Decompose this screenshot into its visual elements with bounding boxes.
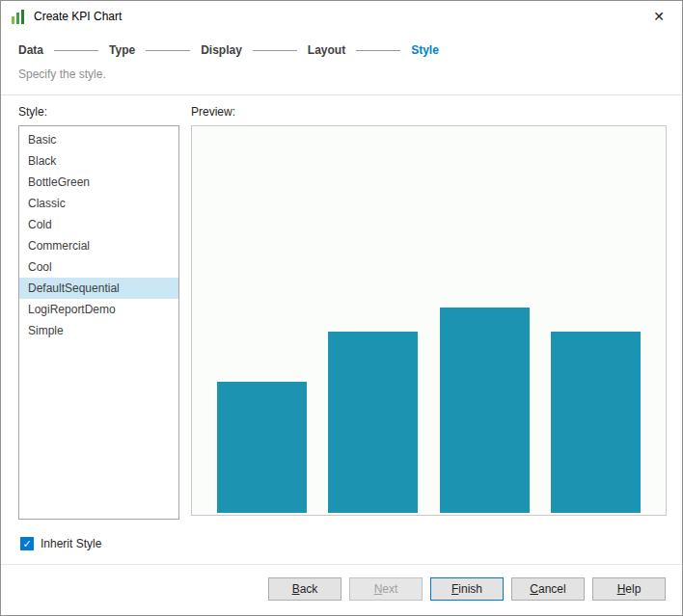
preview-bar <box>551 332 641 513</box>
style-list-item[interactable]: Classic <box>19 193 178 214</box>
step-connector <box>253 50 297 51</box>
wizard-step-layout[interactable]: Layout <box>308 43 345 57</box>
close-icon[interactable]: ✕ <box>645 3 672 30</box>
inherit-style-label: Inherit Style <box>41 537 101 550</box>
wizard-step-type[interactable]: Type <box>109 43 135 57</box>
wizard-subtitle: Specify the style. <box>1 59 682 94</box>
next-button[interactable]: Next <box>349 577 423 601</box>
style-list-item[interactable]: Commercial <box>19 235 178 256</box>
preview-bar <box>217 382 307 513</box>
style-list-item[interactable]: BottleGreen <box>19 172 178 193</box>
back-button[interactable]: Back <box>268 577 342 601</box>
footer-buttons: BackNextFinishCancelHelp <box>1 564 682 615</box>
style-list-item[interactable]: DefaultSequential <box>19 278 178 299</box>
style-list-item[interactable]: LogiReportDemo <box>19 299 178 320</box>
style-list-item[interactable]: Cool <box>19 256 178 278</box>
style-list[interactable]: BasicBlackBottleGreenClassicColdCommerci… <box>18 125 179 520</box>
inherit-style-row: ✓ Inherit Style <box>1 527 682 564</box>
wizard-step-data[interactable]: Data <box>18 43 43 57</box>
preview-bar <box>328 332 418 513</box>
step-connector <box>54 50 98 51</box>
cancel-button[interactable]: Cancel <box>511 577 585 601</box>
preview-label: Preview: <box>191 105 667 120</box>
wizard-step-style[interactable]: Style <box>411 43 439 57</box>
wizard-step-display[interactable]: Display <box>201 43 242 57</box>
preview-bar <box>440 308 530 513</box>
style-list-item[interactable]: Basic <box>19 129 178 150</box>
style-label: Style: <box>18 105 179 120</box>
help-button[interactable]: Help <box>592 577 666 601</box>
kpi-chart-icon <box>11 9 26 24</box>
titlebar: Create KPI Chart ✕ <box>1 1 682 32</box>
inherit-style-checkbox[interactable]: ✓ <box>20 537 34 550</box>
create-kpi-chart-dialog: Create KPI Chart ✕ DataTypeDisplayLayout… <box>0 0 683 616</box>
style-panel: Style: BasicBlackBottleGreenClassicColdC… <box>18 105 179 520</box>
step-connector <box>146 50 190 51</box>
style-list-item[interactable]: Cold <box>19 214 178 235</box>
window-title: Create KPI Chart <box>34 10 122 23</box>
finish-button[interactable]: Finish <box>430 577 504 601</box>
preview-box <box>191 125 667 516</box>
style-list-item[interactable]: Black <box>19 150 178 172</box>
wizard-header: DataTypeDisplayLayoutStyle Specify the s… <box>1 32 682 95</box>
preview-bars <box>192 126 666 513</box>
main-content: Style: BasicBlackBottleGreenClassicColdC… <box>1 95 682 527</box>
style-list-item[interactable]: Simple <box>19 320 178 341</box>
wizard-steps: DataTypeDisplayLayoutStyle <box>1 32 682 59</box>
preview-panel: Preview: <box>191 105 667 520</box>
step-connector <box>356 50 400 51</box>
